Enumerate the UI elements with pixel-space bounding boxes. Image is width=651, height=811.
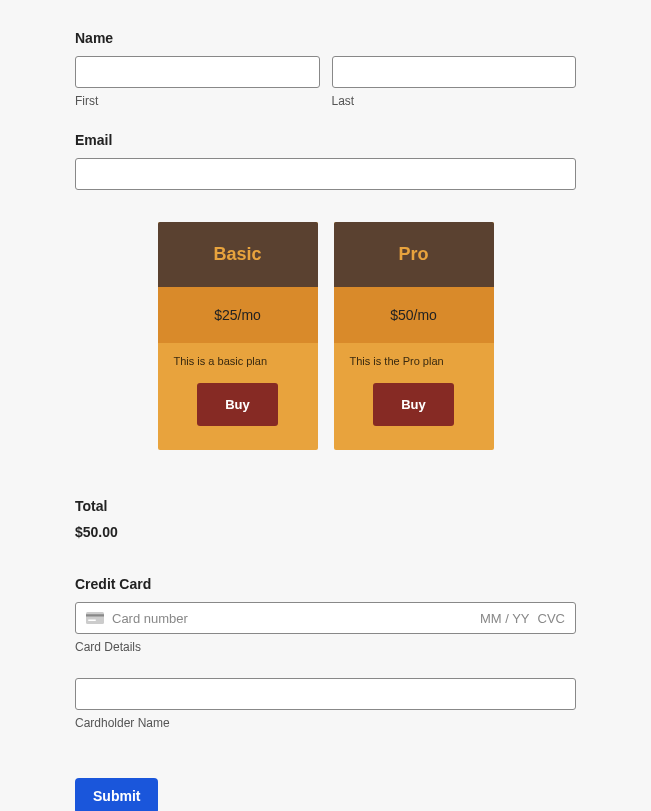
cardholder-name-sublabel: Cardholder Name [75, 716, 576, 730]
first-name-col: First [75, 56, 320, 108]
svg-rect-1 [86, 614, 104, 616]
last-name-sublabel: Last [332, 94, 577, 108]
name-label: Name [75, 30, 576, 46]
plan-body: This is a basic plan Buy [158, 343, 318, 450]
total-amount: $50.00 [75, 524, 576, 540]
plan-desc: This is a basic plan [174, 355, 302, 367]
plan-pro: Pro $50/mo This is the Pro plan Buy [334, 222, 494, 450]
total-group: Total $50.00 [75, 498, 576, 540]
cardholder-group: Cardholder Name [75, 678, 576, 730]
credit-card-icon [86, 612, 104, 624]
card-cvc-placeholder: CVC [538, 611, 565, 626]
card-expiry-placeholder: MM / YY [480, 611, 530, 626]
plan-price: $50/mo [334, 287, 494, 343]
first-name-sublabel: First [75, 94, 320, 108]
plan-title: Pro [334, 222, 494, 287]
buy-button[interactable]: Buy [197, 383, 278, 426]
card-number-placeholder: Card number [112, 611, 472, 626]
total-label: Total [75, 498, 576, 514]
name-group: Name First Last [75, 30, 576, 108]
first-name-input[interactable] [75, 56, 320, 88]
plan-desc: This is the Pro plan [350, 355, 478, 367]
plan-title: Basic [158, 222, 318, 287]
credit-card-label: Credit Card [75, 576, 576, 592]
svg-rect-2 [88, 620, 96, 622]
email-input[interactable] [75, 158, 576, 190]
svg-rect-0 [86, 612, 104, 624]
card-number-row[interactable]: Card number MM / YY CVC [75, 602, 576, 634]
last-name-col: Last [332, 56, 577, 108]
email-group: Email [75, 132, 576, 190]
buy-button[interactable]: Buy [373, 383, 454, 426]
last-name-input[interactable] [332, 56, 577, 88]
credit-card-group: Credit Card Card number MM / YY CVC Card… [75, 576, 576, 654]
cardholder-name-input[interactable] [75, 678, 576, 710]
name-row: First Last [75, 56, 576, 108]
plan-body: This is the Pro plan Buy [334, 343, 494, 450]
plans: Basic $25/mo This is a basic plan Buy Pr… [75, 222, 576, 450]
card-details-sublabel: Card Details [75, 640, 576, 654]
email-label: Email [75, 132, 576, 148]
plan-price: $25/mo [158, 287, 318, 343]
plan-basic: Basic $25/mo This is a basic plan Buy [158, 222, 318, 450]
submit-button[interactable]: Submit [75, 778, 158, 811]
